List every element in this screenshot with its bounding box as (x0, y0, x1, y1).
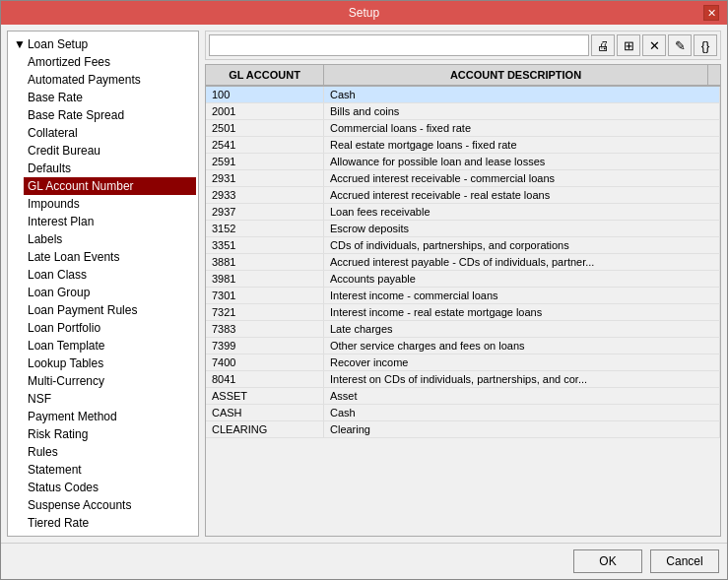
desc-cell: Accrued interest receivable - commercial… (324, 170, 720, 186)
gl-cell: 2001 (206, 103, 324, 119)
gl-cell: 8041 (206, 371, 324, 387)
table-row[interactable]: 7399Other service charges and fees on lo… (206, 338, 720, 354)
tree-item[interactable]: Suspense Accounts (24, 496, 196, 514)
desc-cell: Cash (324, 87, 720, 102)
desc-cell: Escrow deposits (324, 221, 720, 236)
gl-cell: 2541 (206, 137, 324, 153)
tree-item[interactable]: Statement (24, 461, 196, 479)
gl-cell: 7321 (206, 304, 324, 320)
tree-item[interactable]: Collateral (24, 124, 196, 142)
table-row[interactable]: CASHCash (206, 405, 720, 421)
desc-cell: Recover income (324, 354, 720, 370)
close-button[interactable]: ✕ (703, 5, 719, 21)
tree-item[interactable]: Lookup Tables (24, 354, 196, 372)
tree-item[interactable]: Loan Portfolio (24, 319, 196, 337)
gl-account-table: GL ACCOUNT ACCOUNT DESCRIPTION 100Cash20… (205, 64, 721, 537)
delete-button[interactable]: ✕ (642, 34, 666, 56)
table-row[interactable]: 2933Accrued interest receivable - real e… (206, 187, 720, 204)
print-button[interactable]: 🖨 (591, 34, 615, 56)
table-row[interactable]: 3351CDs of individuals, partnerships, an… (206, 237, 720, 254)
tree-item[interactable]: Loan Group (24, 284, 196, 301)
desc-cell: Real estate mortgage loans - fixed rate (324, 137, 720, 153)
table-row[interactable]: ASSETAsset (206, 388, 720, 405)
table-row[interactable]: 8041Interest on CDs of individuals, part… (206, 371, 720, 388)
table-row[interactable]: 7301Interest income - commercial loans (206, 288, 720, 304)
tree-item[interactable]: Automated Payments (24, 71, 196, 89)
desc-cell: CDs of individuals, partnerships, and co… (324, 237, 720, 253)
table-row[interactable]: 7383Late charges (206, 321, 720, 338)
tree-item[interactable]: Transaction Codes (24, 532, 196, 537)
tree-item[interactable]: Rules (24, 443, 196, 461)
tree-item[interactable]: Impounds (24, 195, 196, 213)
gl-cell: CASH (206, 405, 324, 420)
tree-item[interactable]: Tiered Rate (24, 514, 196, 532)
table-body[interactable]: 100Cash2001Bills and coins2501Commercial… (206, 87, 720, 536)
gl-cell: 2931 (206, 170, 324, 186)
gl-cell: 2933 (206, 187, 324, 203)
edit-button[interactable]: ✎ (668, 34, 692, 56)
table-row[interactable]: 2931Accrued interest receivable - commer… (206, 170, 720, 187)
gl-cell: 2591 (206, 154, 324, 169)
desc-cell: Commercial loans - fixed rate (324, 120, 720, 136)
table-row[interactable]: 3152Escrow deposits (206, 221, 720, 237)
desc-cell: Interest income - commercial loans (324, 288, 720, 303)
tree-item[interactable]: Defaults (24, 160, 196, 177)
tree-root: ▼ Loan Setup Amortized FeesAutomated Pay… (8, 32, 198, 537)
table-row[interactable]: 3981Accounts payable (206, 271, 720, 288)
ok-button[interactable]: OK (573, 549, 642, 573)
tree-item[interactable]: Amortized Fees (24, 53, 196, 71)
table-row[interactable]: 2001Bills and coins (206, 103, 720, 120)
right-panel: 🖨 ⊞ ✕ ✎ {} GL ACCOUNT ACCOUNT DESCRIPTIO… (205, 31, 721, 537)
desc-cell: Interest on CDs of individuals, partners… (324, 371, 720, 387)
table-row[interactable]: 7400Recover income (206, 354, 720, 371)
table-row[interactable]: 2937Loan fees receivable (206, 204, 720, 221)
tree-item[interactable]: Risk Rating (24, 425, 196, 443)
desc-cell: Interest income - real estate mortgage l… (324, 304, 720, 320)
grid-button[interactable]: ⊞ (617, 34, 640, 56)
gl-cell: 3351 (206, 237, 324, 253)
tree-item[interactable]: NSF (24, 390, 196, 408)
desc-cell: Accrued interest receivable - real estat… (324, 187, 720, 203)
gl-cell: CLEARING (206, 421, 324, 437)
tree-item[interactable]: Loan Payment Rules (24, 301, 196, 319)
table-row[interactable]: 2541Real estate mortgage loans - fixed r… (206, 137, 720, 154)
table-header: GL ACCOUNT ACCOUNT DESCRIPTION (206, 65, 720, 87)
table-row[interactable]: CLEARINGClearing (206, 421, 720, 438)
tree-root-item[interactable]: ▼ Loan Setup (10, 35, 196, 53)
tree-panel: ▼ Loan Setup Amortized FeesAutomated Pay… (7, 31, 199, 537)
tree-item[interactable]: Late Loan Events (24, 248, 196, 266)
tree-item[interactable]: Loan Template (24, 337, 196, 354)
desc-cell: Other service charges and fees on loans (324, 338, 720, 354)
table-row[interactable]: 100Cash (206, 87, 720, 103)
gl-cell: 7383 (206, 321, 324, 337)
search-input[interactable] (209, 34, 589, 56)
tree-item[interactable]: Multi-Currency (24, 372, 196, 390)
table-row[interactable]: 2501Commercial loans - fixed rate (206, 120, 720, 137)
tree-item[interactable]: Base Rate (24, 89, 196, 106)
tree-item[interactable]: Credit Bureau (24, 142, 196, 160)
tree-item[interactable]: Status Codes (24, 479, 196, 496)
tree-item[interactable]: Loan Class (24, 266, 196, 284)
desc-cell: Loan fees receivable (324, 204, 720, 220)
desc-cell: Late charges (324, 321, 720, 337)
tree-item[interactable]: Labels (24, 230, 196, 248)
tree-item[interactable]: Payment Method (24, 408, 196, 425)
table-row[interactable]: 2591Allowance for possible loan and leas… (206, 154, 720, 170)
table-row[interactable]: 3881Accrued interest payable - CDs of in… (206, 254, 720, 271)
gl-cell: 3152 (206, 221, 324, 236)
collapse-icon: ▼ (14, 37, 26, 51)
tree-item[interactable]: Base Rate Spread (24, 106, 196, 124)
gl-cell: 7301 (206, 288, 324, 303)
table-row[interactable]: 7321Interest income - real estate mortga… (206, 304, 720, 321)
desc-cell: Asset (324, 388, 720, 404)
tree-root-label: Loan Setup (28, 37, 88, 51)
gl-cell: 3881 (206, 254, 324, 270)
desc-cell: Accrued interest payable - CDs of indivi… (324, 254, 720, 270)
cancel-button[interactable]: Cancel (650, 549, 719, 573)
desc-cell: Bills and coins (324, 103, 720, 119)
tree-item[interactable]: GL Account Number (24, 177, 196, 195)
tree-item[interactable]: Interest Plan (24, 213, 196, 230)
gl-cell: 100 (206, 87, 324, 102)
code-button[interactable]: {} (694, 34, 717, 56)
window-title: Setup (25, 6, 703, 20)
